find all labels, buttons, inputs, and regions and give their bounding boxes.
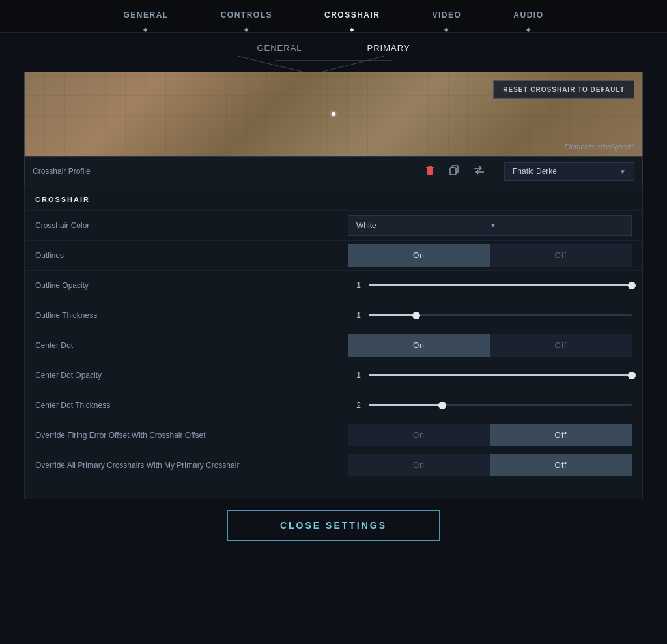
outline-thickness-track[interactable] <box>369 314 632 316</box>
center-dot-off-button[interactable]: Off <box>490 334 632 357</box>
main-content: CROSSHAIR Crosshair Color White ▼ Outlin… <box>24 186 643 499</box>
outline-opacity-track[interactable] <box>369 284 632 286</box>
outline-opacity-label: Outline Opacity <box>35 281 348 290</box>
override-firing-error-on-button[interactable]: On <box>348 424 490 446</box>
override-all-primary-toggle: On Off <box>348 454 632 476</box>
nav-video[interactable]: VIDEO <box>433 10 462 22</box>
center-dot-control: On Off <box>348 334 632 357</box>
import-profile-button[interactable] <box>466 162 491 181</box>
reset-crosshair-button[interactable]: RESET CROSSHAIR TO DEFAULT <box>493 80 634 99</box>
trash-icon <box>425 165 435 175</box>
override-firing-error-label: Override Firing Error Offset With Crossh… <box>35 431 348 440</box>
center-dot-thickness-thumb[interactable] <box>438 402 446 409</box>
top-nav: GENERAL CONTROLS CROSSHAIR VIDEO AUDIO <box>0 0 667 33</box>
outline-opacity-row: Outline Opacity 1 <box>25 270 642 300</box>
nav-crosshair[interactable]: CROSSHAIR <box>324 10 380 22</box>
outline-thickness-value: 1 <box>348 311 361 320</box>
outline-opacity-control: 1 <box>348 281 632 290</box>
import-export-icon <box>473 165 485 175</box>
center-dot-thickness-control: 2 <box>348 401 632 410</box>
crosshair-color-arrow: ▼ <box>490 222 623 229</box>
override-firing-error-control: On Off <box>348 424 632 446</box>
override-all-primary-row: Override All Primary Crosshairs With My … <box>25 450 642 480</box>
crosshair-section-header: CROSSHAIR <box>25 186 642 210</box>
center-dot-thickness-fill <box>369 404 442 406</box>
nav-general[interactable]: GENERAL <box>123 10 168 22</box>
outline-opacity-value: 1 <box>348 281 361 290</box>
outlines-toggle: On Off <box>348 244 632 267</box>
override-all-primary-label: Override All Primary Crosshairs With My … <box>35 461 348 470</box>
inner-lines-section-header: INNER LINES <box>25 490 642 499</box>
nav-audio[interactable]: AUDIO <box>513 10 543 22</box>
outline-thickness-thumb[interactable] <box>412 312 420 319</box>
profile-row: Crosshair Profile <box>24 156 643 186</box>
outline-thickness-fill <box>369 314 416 316</box>
center-dot-opacity-slider: 1 <box>348 371 632 380</box>
crosshair-color-row: Crosshair Color White ▼ <box>25 210 642 240</box>
outline-thickness-row: Outline Thickness 1 <box>25 300 642 330</box>
center-dot-thickness-row: Center Dot Thickness 2 <box>25 390 642 420</box>
override-all-primary-off-button[interactable]: Off <box>490 454 632 476</box>
crosshair-color-control: White ▼ <box>348 215 632 236</box>
override-all-primary-on-button[interactable]: On <box>348 454 490 476</box>
center-dot-on-button[interactable]: On <box>348 334 490 357</box>
outline-thickness-control: 1 <box>348 311 632 320</box>
outline-opacity-slider: 1 <box>348 281 632 290</box>
center-dot-label: Center Dot <box>35 341 348 350</box>
outline-thickness-label: Outline Thickness <box>35 311 348 320</box>
center-dot-opacity-fill <box>369 374 632 376</box>
copy-icon <box>449 165 459 175</box>
crosshair-preview <box>332 112 335 116</box>
nav-controls[interactable]: CONTROLS <box>221 10 272 22</box>
crosshair-color-label: Crosshair Color <box>35 221 348 230</box>
copy-profile-button[interactable] <box>442 162 466 181</box>
outlines-off-button[interactable]: Off <box>490 244 632 267</box>
outlines-control: On Off <box>348 244 632 267</box>
close-settings-button[interactable]: CLOSE SETTINGS <box>227 510 440 541</box>
svg-rect-2 <box>428 166 432 167</box>
elements-misaligned-label: Elements misaligned <box>564 143 634 151</box>
center-dot-opacity-value: 1 <box>348 371 361 380</box>
crosshair-color-value: White <box>356 221 490 230</box>
override-all-primary-control: On Off <box>348 454 632 476</box>
profile-select-value: Fnatic Derke <box>513 167 619 176</box>
outlines-row: Outlines On Off <box>25 240 642 270</box>
center-dot-thickness-track[interactable] <box>369 404 632 406</box>
center-dot-row: Center Dot On Off <box>25 330 642 360</box>
profile-icons <box>418 162 491 181</box>
svg-rect-7 <box>450 168 456 175</box>
center-dot-toggle: On Off <box>348 334 632 357</box>
preview-area: RESET CROSSHAIR TO DEFAULT Elements misa… <box>24 72 643 156</box>
override-firing-error-off-button[interactable]: Off <box>490 424 632 446</box>
profile-dropdown-arrow: ▼ <box>619 168 626 175</box>
inner-lines-spacer: INNER LINES <box>25 480 642 499</box>
center-dot-thickness-label: Center Dot Thickness <box>35 401 348 410</box>
outlines-on-button[interactable]: On <box>348 244 490 267</box>
center-dot-opacity-thumb[interactable] <box>628 372 636 379</box>
center-dot-opacity-control: 1 <box>348 371 632 380</box>
profile-label: Crosshair Profile <box>33 167 91 176</box>
outlines-label: Outlines <box>35 251 348 260</box>
sub-nav: GENERAL PRIMARY <box>0 33 667 61</box>
center-dot-thickness-value: 2 <box>348 401 361 410</box>
delete-profile-button[interactable] <box>418 162 442 181</box>
svg-rect-3 <box>426 167 434 168</box>
override-firing-error-row: Override Firing Error Offset With Crossh… <box>25 420 642 450</box>
outline-thickness-slider: 1 <box>348 311 632 320</box>
subnav-general[interactable]: GENERAL <box>257 43 302 61</box>
outline-opacity-fill <box>369 284 632 286</box>
outline-opacity-thumb[interactable] <box>628 282 636 289</box>
center-dot-opacity-label: Center Dot Opacity <box>35 371 348 380</box>
crosshair-color-dropdown[interactable]: White ▼ <box>348 215 632 236</box>
profile-select[interactable]: Fnatic Derke ▼ <box>504 162 634 181</box>
center-dot-thickness-slider: 2 <box>348 401 632 410</box>
sub-nav-container: GENERAL PRIMARY <box>0 33 667 72</box>
center-dot-opacity-track[interactable] <box>369 374 632 376</box>
override-firing-error-toggle: On Off <box>348 424 632 446</box>
subnav-primary[interactable]: PRIMARY <box>367 43 410 61</box>
center-dot-opacity-row: Center Dot Opacity 1 <box>25 360 642 390</box>
close-settings-area: CLOSE SETTINGS <box>0 499 667 551</box>
